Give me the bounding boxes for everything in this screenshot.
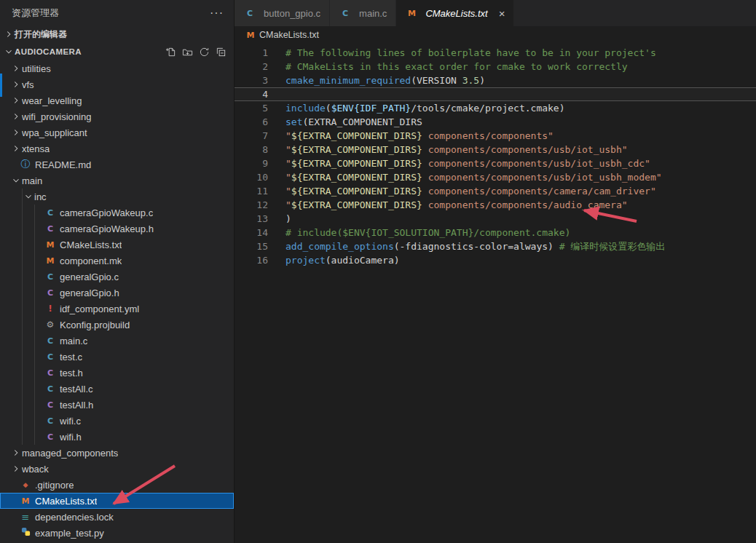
code-line[interactable]: 4	[235, 87, 756, 101]
line-number[interactable]: 3	[235, 74, 286, 87]
chevron-right-icon[interactable]	[10, 63, 22, 74]
tree-item-wifi.c[interactable]: Cwifi.c	[0, 413, 234, 429]
tree-item-component.mk[interactable]: Mcomponent.mk	[0, 253, 234, 269]
collapse-all-icon[interactable]	[215, 46, 227, 58]
tree-item-cameraGpioWakeup.c[interactable]: CcameraGpioWakeup.c	[0, 205, 234, 221]
open-editors-section[interactable]: 打开的编辑器	[0, 25, 234, 43]
code-line[interactable]: 5include($ENV{IDF_PATH}/tools/cmake/proj…	[235, 101, 756, 115]
tree-item-inc[interactable]: inc	[0, 189, 234, 205]
code-line[interactable]: 15add_compile_options(-fdiagnostics-colo…	[235, 239, 756, 253]
tree-item-label: test.h	[60, 368, 83, 378]
chevron-right-icon[interactable]	[10, 95, 22, 106]
new-folder-icon[interactable]	[181, 46, 193, 58]
code-line[interactable]: 10"${EXTRA_COMPONENT_DIRS} components/co…	[235, 170, 756, 184]
tree-item-cameraGpioWakeup.h[interactable]: CcameraGpioWakeup.h	[0, 221, 234, 237]
cmake-file-icon: M	[44, 240, 57, 250]
line-number[interactable]: 6	[235, 115, 286, 129]
code-line[interactable]: 8"${EXTRA_COMPONENT_DIRS} components/com…	[235, 143, 756, 156]
tree-item-dependencies.lock[interactable]: ≡dependencies.lock	[0, 509, 234, 525]
code-line[interactable]: 6set(EXTRA_COMPONENT_DIRS	[235, 115, 756, 129]
tree-item-managed_components[interactable]: managed_components	[0, 445, 234, 461]
code-line[interactable]: 14# include($ENV{IOT_SOLUTION_PATH}/comp…	[235, 226, 756, 239]
tree-item-test.c[interactable]: Ctest.c	[0, 349, 234, 365]
tree-item-vfs[interactable]: vfs	[0, 76, 234, 92]
line-number[interactable]: 7	[235, 129, 286, 143]
chevron-right-icon[interactable]	[10, 143, 22, 154]
code-line[interactable]: 1# The following lines of boilerplate ha…	[235, 46, 756, 60]
tree-item-generalGpio.c[interactable]: CgeneralGpio.c	[0, 269, 234, 285]
tab-bar: Cbutton_gpio.cCmain.cMCMakeLists.txt×	[235, 0, 756, 26]
tree-item-test.h[interactable]: Ctest.h	[0, 365, 234, 381]
tab-button_gpio.c[interactable]: Cbutton_gpio.c	[235, 0, 330, 26]
code-line[interactable]: 2# CMakeLists in this exact order for cm…	[235, 60, 756, 74]
tree-item-Kconfig.projbuild[interactable]: ⚙Kconfig.projbuild	[0, 317, 234, 333]
tree-item-label: test.c	[60, 352, 82, 362]
line-number[interactable]: 9	[235, 156, 286, 170]
tree-item-CMakeLists.txt[interactable]: MCMakeLists.txt	[0, 493, 234, 509]
active-view-indicator	[0, 74, 2, 97]
tab-CMakeLists.txt[interactable]: MCMakeLists.txt×	[396, 0, 514, 26]
code-line[interactable]: 16project(audioCamera)	[235, 253, 756, 267]
tree-item-label: example_test.py	[35, 528, 104, 539]
line-number[interactable]: 8	[235, 143, 286, 156]
tree-item-label: wifi.h	[60, 432, 82, 443]
tree-item-wback[interactable]: wback	[0, 461, 234, 477]
dependencies-lock-icon: ≡	[19, 512, 32, 523]
tree-item-wear_levelling[interactable]: wear_levelling	[0, 92, 234, 108]
tree-item-wifi.h[interactable]: Cwifi.h	[0, 429, 234, 445]
tree-item-main.c[interactable]: Cmain.c	[0, 333, 234, 349]
line-number[interactable]: 16	[235, 253, 286, 267]
line-number[interactable]: 2	[235, 60, 286, 74]
chevron-right-icon[interactable]	[10, 127, 22, 138]
tree-item-idf_component.yml[interactable]: !idf_component.yml	[0, 301, 234, 317]
refresh-icon[interactable]	[198, 46, 210, 58]
tree-item-testAll.h[interactable]: CtestAll.h	[0, 397, 234, 413]
tree-item-generalGpio.h[interactable]: CgeneralGpio.h	[0, 285, 234, 301]
code-line[interactable]: 11"${EXTRA_COMPONENT_DIRS} components/co…	[235, 184, 756, 198]
line-number[interactable]: 12	[235, 198, 286, 212]
chevron-right-icon[interactable]	[10, 111, 22, 122]
tree-item-CMakeLists.txt[interactable]: MCMakeLists.txt	[0, 237, 234, 253]
code-line[interactable]: 12"${EXTRA_COMPONENT_DIRS} components/co…	[235, 198, 756, 212]
tree-item-label: wifi_provisioning	[22, 111, 91, 122]
tree-item-main[interactable]: main	[0, 173, 234, 189]
tab-main.c[interactable]: Cmain.c	[330, 0, 396, 26]
tree-item-utilities[interactable]: utilities	[0, 60, 234, 76]
code-line[interactable]: 9"${EXTRA_COMPONENT_DIRS} components/com…	[235, 156, 756, 170]
tree-item-.gitignore[interactable]: ◆.gitignore	[0, 477, 234, 493]
tree-item-label: inc	[34, 191, 47, 202]
line-number[interactable]: 11	[235, 184, 286, 198]
more-actions-icon[interactable]: ···	[210, 7, 224, 20]
code-line[interactable]: 7"${EXTRA_COMPONENT_DIRS} components/com…	[235, 129, 756, 143]
header-file-icon: C	[44, 368, 57, 378]
tree-item-example_test.py[interactable]: example_test.py	[0, 525, 234, 541]
folder-section-header[interactable]: AUDIOCAMERA	[0, 43, 234, 60]
close-icon[interactable]: ×	[499, 8, 505, 19]
code-text: set(EXTRA_COMPONENT_DIRS	[286, 115, 422, 129]
line-number[interactable]: 1	[235, 46, 286, 60]
chevron-right-icon[interactable]	[10, 79, 22, 90]
line-number[interactable]: 5	[235, 101, 286, 115]
chevron-down-icon[interactable]	[23, 191, 34, 202]
tree-item-xtensa[interactable]: xtensa	[0, 140, 234, 156]
line-number[interactable]: 15	[235, 239, 286, 253]
tree-item-README.md[interactable]: ⓘREADME.md	[0, 156, 234, 173]
line-number[interactable]: 10	[235, 170, 286, 184]
line-number[interactable]: 4	[235, 87, 286, 101]
line-number[interactable]: 14	[235, 226, 286, 239]
chevron-right-icon[interactable]	[10, 463, 22, 475]
chevron-right-icon[interactable]	[10, 447, 22, 459]
code-line[interactable]: 13)	[235, 212, 756, 226]
breadcrumb[interactable]: M CMakeLists.txt	[235, 26, 756, 44]
code-token: # CMakeLists in this exact order for cma…	[286, 61, 628, 72]
line-number[interactable]: 13	[235, 212, 286, 226]
new-file-icon[interactable]	[165, 46, 176, 58]
code-editor[interactable]: 1# The following lines of boilerplate ha…	[235, 44, 756, 543]
code-token: components/components/usb/iot_usbh"	[422, 144, 628, 155]
tree-item-wpa_supplicant[interactable]: wpa_supplicant	[0, 124, 234, 140]
chevron-down-icon[interactable]	[10, 175, 22, 186]
tree-item-label: dependencies.lock	[35, 512, 114, 523]
tree-item-wifi_provisioning[interactable]: wifi_provisioning	[0, 108, 234, 124]
code-line[interactable]: 3cmake_minimum_required(VERSION 3.5)	[235, 74, 756, 87]
tree-item-testAll.c[interactable]: CtestAll.c	[0, 381, 234, 397]
